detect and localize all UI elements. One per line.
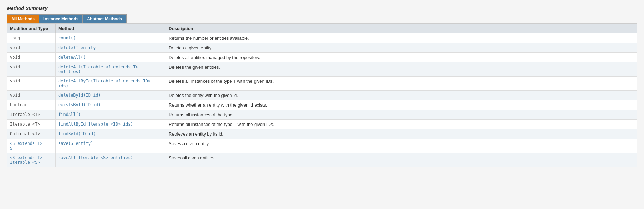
modifier-cell: Optional <T> <box>7 129 56 139</box>
method-table: Modifier and Type Method Description lon… <box>7 23 637 167</box>
col-header-modifier: Modifier and Type <box>7 24 56 33</box>
modifier-cell: void <box>7 91 56 100</box>
method-cell[interactable]: count() <box>56 33 166 43</box>
modifier-cell: void <box>7 77 56 91</box>
table-row: booleanexistsById(ID id)Returns whether … <box>7 100 637 110</box>
table-row: Iterable <T>findAllById(Iterable <ID> id… <box>7 120 637 129</box>
method-link[interactable]: findAll() <box>58 112 81 117</box>
table-row: voiddeleteById(ID id)Deletes the entity … <box>7 91 637 100</box>
method-link[interactable]: save(S entity) <box>58 141 93 146</box>
table-row: voiddelete(T entity)Deletes a given enti… <box>7 43 637 53</box>
description-cell: Saves a given entity. <box>166 139 637 153</box>
page-container: Method Summary All Methods Instance Meth… <box>0 0 644 173</box>
method-cell[interactable]: deleteAll(Iterable <? extends T> entitie… <box>56 62 166 77</box>
method-link[interactable]: findById(ID id) <box>58 131 96 136</box>
description-cell: Returns the number of entities available… <box>166 33 637 43</box>
description-cell: Deletes the given entities. <box>166 62 637 77</box>
table-row: <S extends T>Ssave(S entity)Saves a give… <box>7 139 637 153</box>
description-cell: Deletes all instances of the type T with… <box>166 77 637 91</box>
modifier-cell: void <box>7 62 56 77</box>
description-cell: Returns all instances of the type. <box>166 110 637 120</box>
description-cell: Retrieves an entity by its id. <box>166 129 637 139</box>
table-row: voiddeleteAll(Iterable <? extends T> ent… <box>7 62 637 77</box>
method-link[interactable]: existsById(ID id) <box>58 102 101 107</box>
table-row: voiddeleteAllById(Iterable <? extends ID… <box>7 77 637 91</box>
method-cell[interactable]: findAll() <box>56 110 166 120</box>
tab-instance-methods[interactable]: Instance Methods <box>39 14 82 23</box>
table-row: longcount()Returns the number of entitie… <box>7 33 637 43</box>
modifier-cell: <S extends T>S <box>7 139 56 153</box>
method-link[interactable]: findAllById(Iterable <ID> ids) <box>58 122 133 127</box>
modifier-cell: void <box>7 53 56 62</box>
description-cell: Returns all instances of the type T with… <box>166 120 637 129</box>
modifier-cell: Iterable <T> <box>7 120 56 129</box>
method-link[interactable]: delete(T entity) <box>58 45 98 50</box>
table-body: longcount()Returns the number of entitie… <box>7 33 637 167</box>
method-cell[interactable]: saveAll(Iterable <S> entities) <box>56 153 166 167</box>
section-title: Method Summary <box>7 6 637 11</box>
method-link[interactable]: deleteById(ID id) <box>58 93 101 98</box>
method-link[interactable]: saveAll(Iterable <S> entities) <box>58 155 133 160</box>
table-row: Iterable <T>findAll()Returns all instanc… <box>7 110 637 120</box>
method-cell[interactable]: save(S entity) <box>56 139 166 153</box>
method-link[interactable]: deleteAll(Iterable <? extends T> entitie… <box>58 64 138 74</box>
modifier-cell: long <box>7 33 56 43</box>
method-cell[interactable]: findAllById(Iterable <ID> ids) <box>56 120 166 129</box>
method-link[interactable]: deleteAll() <box>58 55 86 60</box>
description-cell: Deletes a given entity. <box>166 43 637 53</box>
modifier-cell: <S extends T>Iterable <S> <box>7 153 56 167</box>
method-cell[interactable]: deleteById(ID id) <box>56 91 166 100</box>
table-row: voiddeleteAll()Deletes all entities mana… <box>7 53 637 62</box>
tab-abstract-methods[interactable]: Abstract Methods <box>82 14 126 23</box>
method-cell[interactable]: delete(T entity) <box>56 43 166 53</box>
table-header: Modifier and Type Method Description <box>7 24 637 33</box>
table-row: Optional <T>findById(ID id)Retrieves an … <box>7 129 637 139</box>
method-link[interactable]: count() <box>58 36 76 40</box>
description-cell: Deletes the entity with the given id. <box>166 91 637 100</box>
method-link[interactable]: deleteAllById(Iterable <? extends ID> id… <box>58 79 150 88</box>
modifier-cell: void <box>7 43 56 53</box>
tab-all-methods[interactable]: All Methods <box>7 14 39 23</box>
description-cell: Returns whether an entity with the given… <box>166 100 637 110</box>
description-cell: Saves all given entities. <box>166 153 637 167</box>
method-cell[interactable]: deleteAll() <box>56 53 166 62</box>
table-row: <S extends T>Iterable <S>saveAll(Iterabl… <box>7 153 637 167</box>
tab-bar: All Methods Instance Methods Abstract Me… <box>7 14 637 23</box>
modifier-cell: Iterable <T> <box>7 110 56 120</box>
method-cell[interactable]: existsById(ID id) <box>56 100 166 110</box>
col-header-description: Description <box>166 24 637 33</box>
method-cell[interactable]: deleteAllById(Iterable <? extends ID> id… <box>56 77 166 91</box>
method-cell[interactable]: findById(ID id) <box>56 129 166 139</box>
description-cell: Deletes all entities managed by the repo… <box>166 53 637 62</box>
modifier-cell: boolean <box>7 100 56 110</box>
col-header-method: Method <box>56 24 166 33</box>
